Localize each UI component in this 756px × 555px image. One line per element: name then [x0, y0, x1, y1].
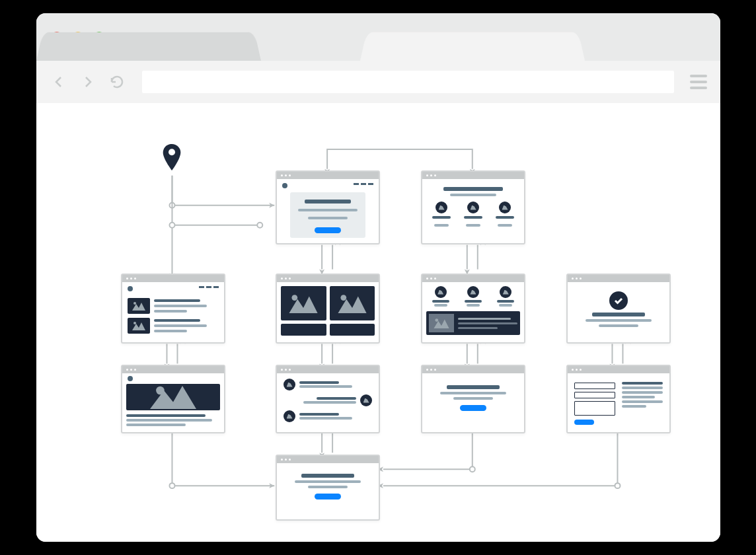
menu-icon[interactable]	[690, 75, 707, 89]
url-bar[interactable]	[142, 71, 674, 93]
node-category-landing[interactable]	[421, 170, 525, 244]
node-cta-page-b[interactable]	[276, 455, 380, 521]
image-icon	[128, 318, 150, 334]
reload-icon[interactable]	[108, 73, 126, 91]
browser-toolbar	[36, 61, 720, 103]
back-icon[interactable]	[50, 73, 68, 91]
node-cta-page-a[interactable]	[421, 365, 525, 433]
svg-point-26	[292, 295, 298, 301]
svg-point-0	[169, 203, 174, 208]
svg-point-19	[615, 483, 620, 488]
browser-tabstrip	[36, 13, 720, 61]
image-icon	[330, 324, 375, 336]
node-comments[interactable]	[276, 365, 380, 433]
svg-point-22	[133, 302, 136, 305]
avatar-icon	[284, 379, 295, 390]
avatar-icon	[467, 202, 479, 213]
svg-point-28	[340, 295, 346, 301]
avatar-icon	[360, 394, 372, 406]
image-icon	[128, 298, 150, 314]
avatar-icon	[284, 410, 295, 422]
browser-window	[36, 13, 720, 542]
banner-image-icon	[126, 384, 220, 410]
svg-point-2	[169, 223, 174, 228]
sitemap-diagram	[36, 103, 720, 542]
avatar-icon	[435, 202, 447, 213]
banner-image-icon	[426, 311, 520, 335]
svg-point-32	[156, 386, 165, 394]
form-submit-icon	[574, 420, 594, 425]
node-article-list[interactable]	[121, 274, 225, 344]
start-pin-icon	[163, 144, 181, 170]
node-product-list[interactable]	[421, 274, 525, 344]
image-icon	[281, 324, 326, 336]
image-icon	[330, 286, 375, 320]
checkmark-icon	[609, 291, 628, 310]
form-field-icon	[574, 383, 615, 389]
avatar-icon	[467, 286, 479, 298]
node-gallery-grid[interactable]	[276, 274, 380, 344]
avatar-icon	[500, 286, 511, 298]
avatar-icon	[435, 286, 447, 298]
svg-point-1	[257, 223, 262, 228]
node-article-detail[interactable]	[121, 365, 225, 433]
svg-point-18	[470, 466, 475, 472]
svg-point-17	[169, 483, 174, 488]
form-field-icon	[574, 392, 615, 398]
form-textarea-icon	[574, 401, 615, 416]
svg-point-30	[435, 318, 438, 322]
node-form-page[interactable]	[566, 365, 671, 433]
forward-icon[interactable]	[79, 73, 97, 91]
svg-point-20	[169, 149, 175, 155]
avatar-icon	[499, 202, 511, 213]
node-confirmation[interactable]	[566, 274, 671, 344]
svg-point-24	[133, 322, 136, 324]
page-viewport	[36, 103, 720, 542]
browser-tab-inactive[interactable]	[36, 32, 261, 61]
node-home-hero[interactable]	[276, 170, 380, 244]
browser-tab-active[interactable]	[360, 32, 585, 61]
image-icon	[281, 286, 326, 320]
